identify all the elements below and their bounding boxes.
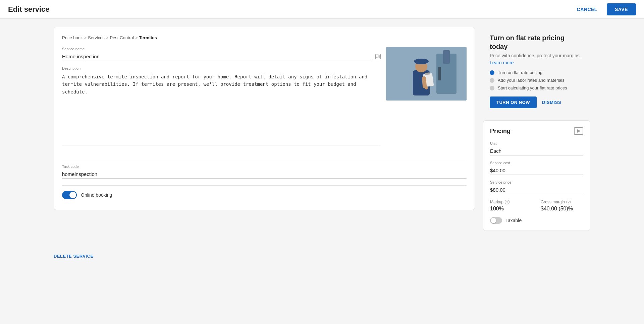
service-image [386, 47, 467, 101]
markup-block: Markup ? 100% [490, 200, 533, 212]
delete-section: DELETE SERVICE [0, 244, 644, 259]
taxable-toggle[interactable] [490, 217, 502, 224]
copy-icon[interactable] [375, 54, 381, 59]
unit-label: Unit [490, 141, 583, 145]
main-content: Price book > Services > Pest Control > T… [0, 0, 644, 244]
toggle-knob [69, 192, 76, 198]
pricing-header: Pricing [490, 127, 583, 135]
markup-value: 100% [490, 206, 533, 212]
breadcrumb-sep-3: > [135, 35, 138, 40]
unit-field: Unit [490, 141, 583, 155]
svg-point-13 [425, 86, 428, 89]
service-image-placeholder [386, 47, 467, 101]
online-booking-label: Online booking [81, 192, 112, 198]
gross-margin-block: Gross margin ? $40.00 (50)% [541, 200, 583, 212]
gross-margin-value: $40.00 (50)% [541, 206, 583, 212]
online-booking-row: Online booking [62, 191, 467, 199]
right-panel: Turn on flat rate pricing today Price wi… [483, 27, 590, 231]
service-price-label: Service price [490, 180, 583, 184]
service-price-field: Service price [490, 180, 583, 194]
step-dot-1 [490, 70, 494, 75]
svg-rect-5 [438, 67, 441, 80]
description-block: Description A comprehensive termite insp… [62, 66, 381, 147]
service-cost-field: Service cost [490, 161, 583, 175]
markup-label: Markup ? [490, 200, 533, 204]
delete-service-link[interactable]: DELETE SERVICE [54, 254, 94, 259]
service-price-input[interactable] [490, 186, 583, 194]
breadcrumb-sep-2: > [106, 35, 109, 40]
description-input[interactable]: A comprehensive termite inspection and r… [62, 72, 381, 145]
divider-2 [62, 185, 467, 186]
svg-rect-9 [416, 59, 426, 64]
promo-step-2: Add your labor rates and materials [490, 78, 584, 83]
service-name-block: Service name Description A comprehensive… [62, 47, 381, 153]
service-name-input-row [62, 52, 381, 61]
online-booking-toggle[interactable] [62, 191, 77, 199]
description-label: Description [62, 66, 381, 70]
promo-step-3: Start calculating your flat rate prices [490, 85, 584, 90]
service-form-panel: Price book > Services > Pest Control > T… [54, 27, 475, 210]
svg-marker-14 [577, 129, 581, 133]
task-code-block: Task code [62, 165, 467, 179]
breadcrumb-item-services[interactable]: Services [88, 35, 105, 40]
promo-actions: TURN ON NOW DISMISS [490, 96, 584, 108]
promo-step-1-label: Turn on flat rate pricing [498, 70, 542, 75]
promo-steps: Turn on flat rate pricing Add your labor… [490, 70, 584, 90]
header-actions: CANCEL SAVE [573, 3, 636, 15]
step-dot-2 [490, 78, 494, 83]
task-code-label: Task code [62, 165, 467, 169]
service-top-row: Service name Description A comprehensive… [62, 47, 467, 153]
breadcrumb-sep-1: > [84, 35, 87, 40]
gross-margin-help-icon[interactable]: ? [566, 200, 571, 204]
service-name-input[interactable] [62, 52, 373, 61]
service-name-label: Service name [62, 47, 381, 51]
svg-rect-1 [376, 55, 379, 57]
pricing-card: Pricing Unit Service cost Service price [483, 120, 590, 231]
breadcrumb: Price book > Services > Pest Control > T… [62, 35, 467, 40]
promo-card: Turn on flat rate pricing today Price wi… [483, 27, 590, 115]
taxable-label: Taxable [505, 218, 522, 223]
markup-help-icon[interactable]: ? [505, 200, 509, 204]
promo-step-3-label: Start calculating your flat rate prices [498, 85, 567, 90]
promo-title: Turn on flat rate pricing today [490, 34, 584, 51]
service-cost-label: Service cost [490, 161, 583, 165]
promo-step-2-label: Add your labor rates and materials [498, 78, 565, 83]
page-title: Edit service [8, 5, 50, 14]
header: Edit service CANCEL SAVE [0, 0, 644, 19]
taxable-toggle-knob [491, 218, 496, 223]
dismiss-button[interactable]: DISMISS [542, 100, 561, 105]
unit-input[interactable] [490, 147, 583, 155]
step-dot-3 [490, 86, 494, 90]
taxable-row: Taxable [490, 217, 583, 224]
breadcrumb-item-pestcontrol[interactable]: Pest Control [110, 35, 134, 40]
divider-1 [62, 159, 467, 159]
cancel-button[interactable]: CANCEL [573, 4, 601, 15]
svg-rect-4 [443, 50, 450, 64]
video-icon[interactable] [574, 127, 583, 135]
breadcrumb-item-termites: Termites [139, 35, 157, 40]
save-button[interactable]: SAVE [607, 3, 636, 15]
turn-on-button[interactable]: TURN ON NOW [490, 96, 537, 108]
pricing-title: Pricing [490, 128, 511, 135]
gross-margin-label: Gross margin ? [541, 200, 583, 204]
service-cost-input[interactable] [490, 166, 583, 175]
promo-subtitle: Price with confidence, protect your marg… [490, 53, 584, 58]
breadcrumb-item-pricebook[interactable]: Price book [62, 35, 83, 40]
metrics-row: Markup ? 100% Gross margin ? $40.00 (50)… [490, 200, 583, 212]
learn-more-link[interactable]: Learn more. [490, 60, 515, 65]
task-code-input[interactable] [62, 170, 467, 179]
promo-step-1: Turn on flat rate pricing [490, 70, 584, 75]
